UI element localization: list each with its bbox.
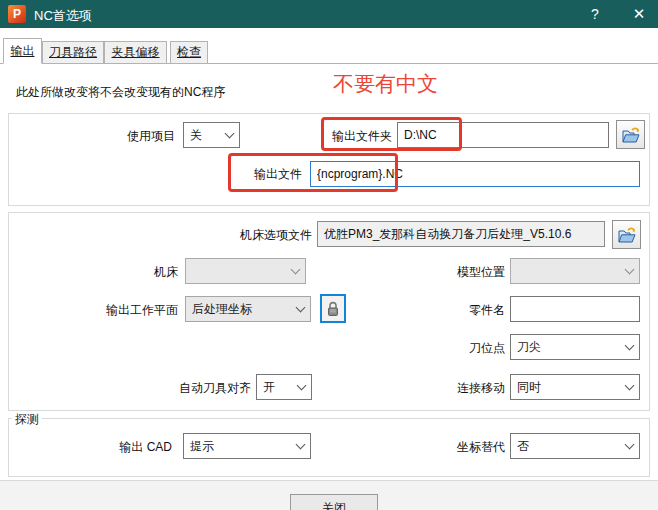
output-workplane-select[interactable]: 后处理坐标 — [185, 296, 311, 322]
machine-option-file-label: 机床选项文件 — [228, 228, 312, 242]
tool-point-select[interactable]: 刀尖 — [510, 334, 640, 360]
close-button[interactable]: 关闭 — [290, 494, 378, 510]
machine-select — [185, 258, 306, 284]
powermill-app-icon: P — [8, 5, 26, 23]
machine-option-file-input[interactable] — [317, 221, 605, 247]
auto-tool-align-select[interactable]: 开 — [256, 374, 312, 400]
window-title: NC首选项 — [34, 7, 92, 25]
coordinate-override-select[interactable]: 否 — [510, 433, 640, 459]
use-project-label: 使用项目 — [95, 129, 175, 143]
output-cad-label: 输出 CAD — [100, 440, 172, 454]
tab-fixture-offset[interactable]: 夹具偏移 — [104, 41, 167, 64]
coordinate-override-label: 坐标替代 — [445, 440, 505, 454]
tool-point-label: 刀位点 — [460, 341, 505, 355]
machine-option-file-browse-button[interactable] — [612, 220, 641, 249]
auto-tool-align-label: 自动刀具对齐 — [165, 381, 251, 395]
part-name-label: 零件名 — [460, 303, 505, 317]
model-location-select — [510, 258, 640, 284]
open-folder-icon — [621, 125, 641, 145]
chevron-down-icon — [291, 265, 301, 275]
chevron-down-icon — [297, 381, 307, 391]
part-name-input[interactable] — [510, 296, 640, 322]
workplane-lock-button[interactable] — [320, 294, 346, 323]
output-workplane-label: 输出工作平面 — [94, 303, 178, 317]
tab-verification[interactable]: 检查 — [170, 41, 208, 64]
close-icon[interactable]: ✕ — [628, 3, 650, 25]
connection-moves-select[interactable]: 同时 — [510, 374, 640, 400]
chevron-down-icon — [625, 381, 635, 391]
help-button[interactable]: ? — [584, 3, 606, 25]
use-project-select[interactable]: 关 — [183, 122, 240, 148]
tab-output[interactable]: 输出 — [3, 38, 42, 64]
chevron-down-icon — [296, 303, 306, 313]
output-folder-browse-button[interactable] — [616, 120, 645, 149]
chevron-down-icon — [625, 341, 635, 351]
chevron-down-icon — [296, 440, 306, 450]
annotation-box-output-file — [228, 153, 398, 192]
model-location-label: 模型位置 — [445, 265, 505, 279]
annotation-box-output-folder — [321, 117, 462, 151]
probing-group-title: 探测 — [12, 411, 42, 428]
chevron-down-icon — [625, 265, 635, 275]
machine-label: 机床 — [130, 265, 178, 279]
chevron-down-icon — [225, 129, 235, 139]
open-folder-icon — [617, 225, 637, 245]
title-bar: P NC首选项 ? ✕ — [0, 0, 658, 28]
chevron-down-icon — [625, 440, 635, 450]
annotation-text: 不要有中文 — [333, 70, 438, 98]
output-cad-select[interactable]: 提示 — [183, 433, 311, 459]
tab-toolpath[interactable]: 刀具路径 — [42, 41, 104, 64]
changes-note: 此处所做改变将不会改变现有的NC程序 — [16, 84, 225, 101]
lock-icon — [326, 301, 340, 317]
connection-moves-label: 连接移动 — [445, 381, 505, 395]
nc-preferences-dialog: P NC首选项 ? ✕ 输出 刀具路径 夹具偏移 检查 此处所做改变将不会改变现… — [0, 0, 658, 510]
